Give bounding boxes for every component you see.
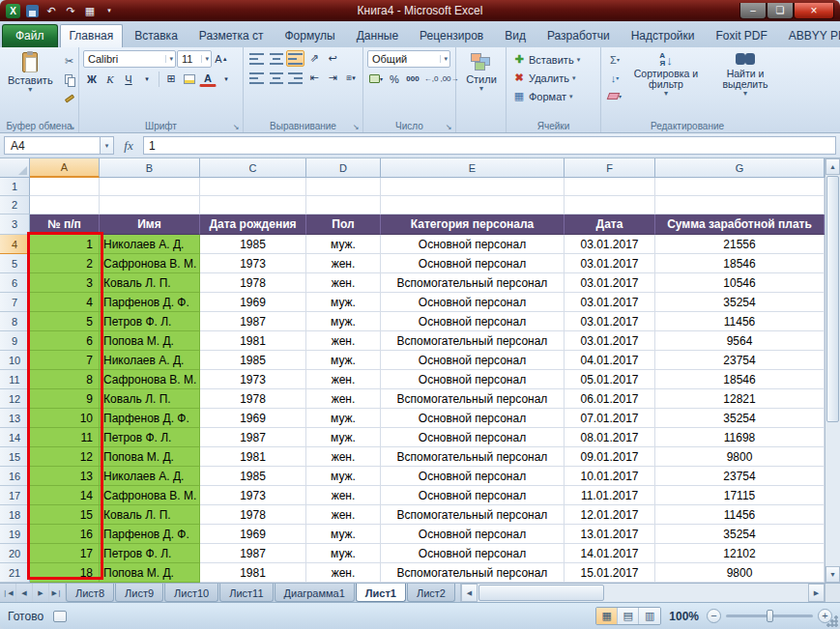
cell-F3[interactable]: Дата [565,214,655,235]
scroll-right-icon[interactable]: ▶ [808,584,825,602]
cell-B21[interactable]: Попова М. Д. [100,563,200,583]
cell-E2[interactable] [381,196,565,214]
cell-D1[interactable] [306,178,381,196]
cell-E10[interactable]: Основной персонал [381,351,565,370]
cell-F1[interactable] [565,178,655,196]
sheet-tab-лист11[interactable]: Лист11 [219,584,273,602]
minimize-button[interactable]: – [739,3,767,19]
ribbon-tab-разметка-ст[interactable]: Разметка ст [189,24,274,47]
ribbon-tab-foxit-pdf[interactable]: Foxit PDF [707,24,777,47]
orientation-button[interactable]: ⇗ [305,50,323,67]
merge-center-button[interactable]: ⊞▾ [342,70,360,86]
cell-D4[interactable]: муж. [306,235,381,254]
name-box[interactable]: A4 [4,136,101,155]
cell-D3[interactable]: Пол [306,214,381,235]
fill-button[interactable]: ↓▾ [605,70,624,86]
cell-C18[interactable]: 1978 [200,505,306,525]
find-select-button[interactable]: Найти и выделить ▾ [706,50,785,99]
font-dialog-launcher[interactable]: ↘ [231,122,241,131]
cell-A2[interactable] [30,196,100,214]
ribbon-tab-рецензиров[interactable]: Рецензиров [410,24,493,47]
cell-A1[interactable] [30,178,100,196]
cell-E5[interactable]: Основной персонал [381,254,565,273]
cell-F10[interactable]: 04.01.2017 [565,351,655,370]
cell-D16[interactable]: муж. [306,467,381,486]
column-header-F[interactable]: F [565,158,655,178]
cell-E17[interactable]: Основной персонал [381,486,565,505]
cell-E9[interactable]: Вспомогательный персонал [381,331,565,351]
cell-A8[interactable]: 5 [30,312,100,331]
align-right-button[interactable] [286,70,304,86]
format-cells-button[interactable]: ▦ Формат ▾ [510,87,597,105]
close-button[interactable]: × [794,3,834,19]
cell-C8[interactable]: 1987 [200,312,306,331]
cell-C15[interactable]: 1981 [200,447,306,467]
underline-button[interactable]: Ч [120,71,137,87]
undo-button[interactable]: ↶ [43,3,59,18]
cell-F13[interactable]: 07.01.2017 [565,409,655,428]
cell-G7[interactable]: 35254 [655,293,825,312]
page-layout-view-button[interactable]: ▤ [618,608,639,624]
cell-D9[interactable]: жен. [306,331,381,351]
cell-D10[interactable]: муж. [306,351,381,370]
font-color-caret-icon[interactable]: ▾ [217,71,235,87]
cell-F4[interactable]: 03.01.2017 [565,235,655,254]
cell-B9[interactable]: Попова М. Д. [100,331,200,351]
align-left-button[interactable] [247,70,266,86]
cell-A19[interactable]: 16 [30,525,100,544]
cell-A3[interactable]: № п/п [30,214,100,235]
cell-F18[interactable]: 12.01.2017 [565,505,655,525]
cell-E15[interactable]: Вспомогательный персонал [381,447,565,467]
cell-F19[interactable]: 13.01.2017 [565,525,655,544]
cell-B19[interactable]: Парфенов Д. Ф. [100,525,200,544]
cell-F16[interactable]: 10.01.2017 [565,467,655,486]
cell-C20[interactable]: 1987 [200,544,306,563]
cell-B12[interactable]: Коваль Л. П. [100,389,200,409]
row-header-5[interactable]: 5 [0,254,30,273]
cell-G17[interactable]: 17115 [655,486,825,505]
sheet-tab-диаграмма1[interactable]: Диаграмма1 [275,584,355,602]
comma-style-button[interactable]: 000 [404,71,421,87]
cell-G16[interactable]: 23754 [655,467,825,486]
cell-G11[interactable]: 18546 [655,370,825,389]
cell-C12[interactable]: 1978 [200,389,306,409]
cell-A6[interactable]: 3 [30,273,100,293]
cell-D13[interactable]: муж. [306,409,381,428]
excel-logo-icon[interactable]: X [6,4,20,18]
borders-button[interactable]: ⊞ [162,71,180,87]
align-center-button[interactable] [267,70,285,86]
cell-G6[interactable]: 10546 [655,273,825,293]
sheet-tab-лист8[interactable]: Лист8 [66,584,114,602]
prev-sheet-button[interactable]: ◀ [16,584,33,602]
next-sheet-button[interactable]: ▶ [33,584,49,602]
cell-C3[interactable]: Дата рождения [200,214,306,235]
copy-button[interactable] [60,71,79,88]
scroll-left-icon[interactable]: ◀ [461,584,478,602]
cell-C11[interactable]: 1973 [200,370,306,389]
increase-decimal-button[interactable]: ←,0 [422,71,440,87]
cell-C10[interactable]: 1985 [200,351,306,370]
row-header-3[interactable]: 3 [0,214,30,235]
cell-A12[interactable]: 9 [30,389,100,409]
styles-button[interactable]: Стили ▾ [460,50,503,94]
cell-B8[interactable]: Петров Ф. Л. [100,312,200,331]
maximize-button[interactable]: ❏ [767,3,794,19]
cell-G5[interactable]: 18546 [655,254,825,273]
ribbon-tab-главная[interactable]: Главная [60,24,124,47]
cell-A11[interactable]: 8 [30,370,100,389]
cell-G4[interactable]: 21556 [655,235,825,254]
cell-D21[interactable]: жен. [306,563,381,583]
accounting-format-button[interactable]: ▾ [367,71,385,87]
fill-color-button[interactable] [181,71,198,87]
cell-C17[interactable]: 1973 [200,486,306,505]
row-header-7[interactable]: 7 [0,293,30,312]
cell-C16[interactable]: 1985 [200,467,306,486]
cell-D19[interactable]: муж. [306,525,381,544]
cell-F11[interactable]: 05.01.2017 [565,370,655,389]
save-button[interactable] [24,3,40,18]
cell-E11[interactable]: Основной персонал [381,370,565,389]
column-header-B[interactable]: B [100,158,200,178]
cell-E18[interactable]: Вспомогательный персонал [381,505,565,525]
cell-G9[interactable]: 9564 [655,331,825,351]
ribbon-tab-разработчи[interactable]: Разработчи [537,24,620,47]
